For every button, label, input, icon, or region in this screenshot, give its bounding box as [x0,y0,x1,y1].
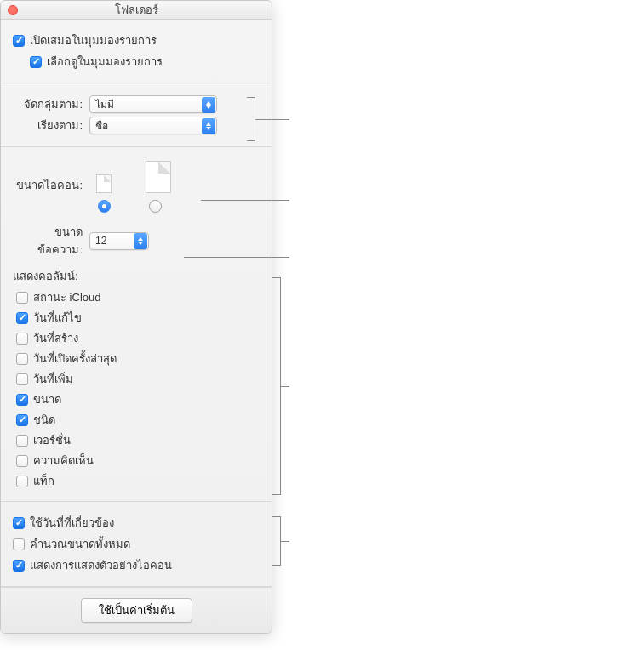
show-preview-row[interactable]: แสดงการแสดงตัวอย่างไอคอน [13,556,260,574]
column-row[interactable]: แท็ก [16,472,260,490]
footer: ใช้เป็นค่าเริ่มต้น [1,587,272,633]
window-title: โฟลเดอร์ [1,1,272,19]
document-icon [96,174,112,193]
column-label: วันที่เปิดครั้งล่าสุด [33,350,117,367]
callout-line [281,541,289,542]
column-checkbox[interactable] [16,435,28,447]
group-by-label: จัดกลุ่มตาม: [13,95,89,113]
show-preview-label: แสดงการแสดงตัวอย่างไอคอน [30,556,172,574]
icon-size-group [89,161,171,213]
callout-line [255,119,289,120]
column-label: สถานะ iCloud [33,288,100,306]
column-label: วันที่เพิ่ม [33,370,73,388]
always-open-checkbox[interactable] [13,35,25,47]
section-view-mode: เปิดเสมอในมุมมองรายการ เลือกดูในมุมมองรา… [1,20,272,83]
column-row[interactable]: ชนิด [16,411,260,429]
text-size-label: ขนาดข้อความ: [13,223,89,259]
column-label: ชนิด [33,411,55,429]
callout-bracket [272,277,281,495]
column-row[interactable]: วันที่เปิดครั้งล่าสุด [16,350,260,367]
column-checkbox[interactable] [16,312,28,324]
column-checkbox[interactable] [16,353,28,365]
column-checkbox[interactable] [16,292,28,304]
column-row[interactable]: ขนาด [16,390,260,408]
column-label: เวอร์ชั่น [33,431,71,449]
chevron-updown-icon [202,97,215,113]
text-size-select[interactable]: 12 [89,232,149,250]
document-icon [146,161,171,193]
view-options-panel: โฟลเดอร์ เปิดเสมอในมุมมองรายการ เลือกดูใ… [0,0,272,634]
callout-line [201,200,289,201]
column-label: ความคิดเห็น [33,452,94,470]
always-open-label: เปิดเสมอในมุมมองรายการ [30,31,157,49]
icon-size-large-radio[interactable] [149,200,162,213]
text-size-value: 12 [95,235,106,247]
relative-dates-checkbox[interactable] [13,517,25,529]
column-checkbox[interactable] [16,476,28,487]
callout-bracket [247,97,255,141]
relative-dates-row[interactable]: ใช้วันที่ที่เกี่ยวข้อง [13,514,260,532]
callout-line [281,386,289,387]
column-row[interactable]: วันที่แก้ไข [16,309,260,327]
column-checkbox[interactable] [16,373,28,385]
icon-size-small-radio[interactable] [98,200,111,213]
relative-dates-label: ใช้วันที่ที่เกี่ยวข้อง [30,514,114,532]
always-open-row[interactable]: เปิดเสมอในมุมมองรายการ [13,31,260,49]
calc-sizes-row[interactable]: คำนวณขนาดทั้งหมด [13,535,260,553]
sort-by-select[interactable]: ชื่อ [89,117,217,134]
group-by-value: ไม่มี [95,96,114,112]
callout-bracket [272,516,281,566]
column-label: วันที่สร้าง [33,329,78,347]
sort-by-label: เรียงตาม: [13,117,89,134]
browse-list-row[interactable]: เลือกดูในมุมมองรายการ [13,53,260,71]
chevron-updown-icon [134,233,147,249]
titlebar[interactable]: โฟลเดอร์ [1,1,272,20]
browse-list-checkbox[interactable] [30,56,42,68]
column-checkbox[interactable] [16,414,28,426]
column-checkbox[interactable] [16,394,28,406]
column-label: แท็ก [33,472,54,490]
section-sort: จัดกลุ่มตาม: ไม่มี เรียงตาม: ชื่อ [1,83,272,147]
callout-line [184,257,289,258]
show-preview-checkbox[interactable] [13,560,25,572]
icon-size-label: ขนาดไอคอน: [13,161,89,194]
column-checkbox[interactable] [16,455,28,467]
column-row[interactable]: ความคิดเห็น [16,452,260,470]
columns-heading: แสดงคอลัมน์: [13,267,260,285]
column-checkbox[interactable] [16,333,28,345]
column-label: วันที่แก้ไข [33,309,82,327]
use-as-defaults-button[interactable]: ใช้เป็นค่าเริ่มต้น [81,598,192,623]
columns-list: สถานะ iCloudวันที่แก้ไขวันที่สร้างวันที่… [13,288,260,490]
column-row[interactable]: เวอร์ชั่น [16,431,260,449]
calc-sizes-checkbox[interactable] [13,538,25,550]
chevron-updown-icon [202,118,215,134]
sort-by-value: ชื่อ [95,117,108,134]
section-options: ใช้วันที่ที่เกี่ยวข้อง คำนวณขนาดทั้งหมด … [1,502,272,587]
browse-list-label: เลือกดูในมุมมองรายการ [47,53,163,71]
calc-sizes-label: คำนวณขนาดทั้งหมด [30,535,130,553]
column-label: ขนาด [33,390,61,408]
column-row[interactable]: วันที่เพิ่ม [16,370,260,388]
column-row[interactable]: วันที่สร้าง [16,329,260,347]
group-by-select[interactable]: ไม่มี [89,95,217,113]
column-row[interactable]: สถานะ iCloud [16,288,260,306]
